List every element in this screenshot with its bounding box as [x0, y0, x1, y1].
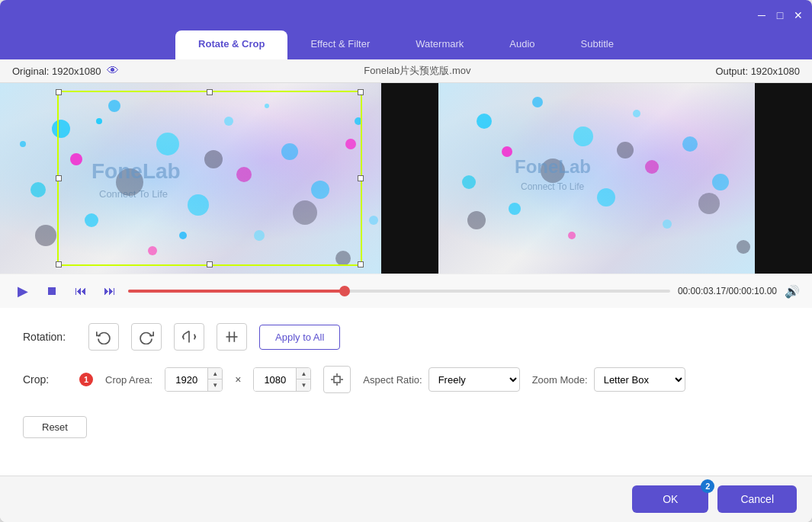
svg-point-32: [682, 136, 698, 152]
svg-point-39: [645, 160, 659, 174]
crop-handle-ml[interactable]: [56, 175, 62, 181]
flip-h-icon: [181, 329, 197, 344]
tab-effect-filter[interactable]: Effect & Filter: [287, 30, 393, 59]
aspect-ratio-group: Aspect Ratio: Freely 16:9 4:3 1:1 9:16: [363, 367, 519, 392]
stop-button[interactable]: ⏹: [41, 280, 63, 302]
tab-rotate-crop[interactable]: Rotate & Crop: [175, 30, 287, 59]
rotation-label: Rotation:: [23, 331, 76, 343]
svg-point-44: [737, 240, 750, 254]
video-preview-right: FoneLab Connect To Life: [438, 83, 755, 274]
svg-point-14: [35, 225, 56, 246]
next-frame-button[interactable]: ⏭: [99, 280, 120, 302]
progress-bar[interactable]: [128, 290, 670, 293]
maximize-button[interactable]: □: [774, 9, 786, 21]
svg-point-31: [633, 110, 640, 117]
minimize-button[interactable]: ─: [756, 9, 768, 21]
svg-text:Connect To Life: Connect To Life: [521, 181, 584, 192]
video-canvas: FoneLab Connect To Life: [0, 83, 812, 274]
flip-h-button[interactable]: [174, 323, 204, 351]
rotate-cw-button[interactable]: [131, 323, 162, 351]
svg-point-34: [597, 188, 615, 207]
rotate-cw-icon: [139, 329, 154, 344]
playback-bar: ▶ ⏹ ⏮ ⏭ 00:00:03.17/00:00:10.00 🔊: [0, 274, 812, 308]
output-resolution: Output: 1920x1080: [715, 66, 800, 77]
svg-text:FoneLab: FoneLab: [515, 156, 591, 177]
crop-handle-tm[interactable]: [207, 89, 213, 95]
crop-width-spinner: ▲ ▼: [207, 368, 222, 391]
svg-point-43: [698, 193, 720, 214]
particles-right: FoneLab Connect To Life: [438, 83, 755, 274]
zoom-mode-group: Zoom Mode: Letter Box Pan & Scan Full: [532, 367, 685, 392]
window-controls: ─ □ ✕: [756, 9, 804, 21]
tab-bar: Rotate & Crop Effect & Filter Watermark …: [0, 30, 812, 59]
volume-icon[interactable]: 🔊: [785, 284, 800, 299]
ok-badge: 2: [701, 479, 714, 493]
crop-height-input-group: ▲ ▼: [253, 367, 311, 392]
video-left: FoneLab Connect To Life: [0, 83, 381, 274]
svg-point-40: [467, 211, 486, 229]
controls-area: Rotation:: [0, 308, 812, 476]
reset-button[interactable]: Reset: [23, 416, 87, 438]
flip-v-button[interactable]: [217, 323, 247, 351]
aspect-ratio-select[interactable]: Freely 16:9 4:3 1:1 9:16: [428, 367, 520, 392]
progress-thumb: [339, 286, 350, 296]
progress-fill: [128, 290, 345, 293]
eye-icon[interactable]: 👁: [107, 64, 119, 78]
tab-watermark[interactable]: Watermark: [393, 30, 486, 59]
svg-point-27: [477, 114, 492, 129]
original-resolution: Original: 1920x1080: [12, 66, 101, 77]
crop-handle-bm[interactable]: [207, 261, 213, 267]
crop-label: Crop:: [23, 373, 76, 386]
crop-handle-mr[interactable]: [358, 175, 364, 181]
close-button[interactable]: ✕: [792, 9, 804, 21]
center-crop-icon: [330, 373, 344, 386]
prev-frame-button[interactable]: ⏮: [70, 280, 91, 302]
title-bar: ─ □ ✕: [0, 0, 812, 30]
cancel-button[interactable]: Cancel: [717, 485, 797, 513]
rotate-ccw-button[interactable]: [88, 323, 119, 351]
svg-point-3: [30, 182, 46, 197]
svg-rect-51: [334, 376, 340, 383]
crop-height-up[interactable]: ▲: [297, 368, 310, 379]
svg-point-30: [462, 175, 476, 189]
crop-area-label: Crop Area:: [105, 374, 152, 386]
bottom-bar: 2 OK Cancel: [0, 476, 812, 522]
zoom-mode-select[interactable]: Letter Box Pan & Scan Full: [594, 367, 685, 392]
svg-point-33: [509, 203, 521, 215]
crop-width-input[interactable]: [165, 368, 207, 391]
crop-handle-tr[interactable]: [358, 89, 364, 95]
svg-point-28: [532, 97, 543, 107]
crop-row: Crop: 1 Crop Area: ▲ ▼ × ▲ ▼: [23, 366, 789, 393]
crop-handle-tl[interactable]: [56, 89, 62, 95]
crop-handle-br[interactable]: [358, 261, 364, 267]
crop-width-up[interactable]: ▲: [208, 368, 222, 379]
svg-point-29: [573, 126, 593, 146]
center-crop-button[interactable]: [323, 366, 351, 393]
tab-subtitle[interactable]: Subtitle: [558, 30, 637, 59]
video-info-left: Original: 1920x1080 👁: [12, 64, 119, 78]
tab-audio[interactable]: Audio: [486, 30, 557, 59]
ok-button[interactable]: OK: [632, 485, 708, 513]
crop-height-input[interactable]: [254, 368, 296, 391]
ok-button-wrap: 2 OK: [632, 485, 708, 513]
video-right: FoneLab Connect To Life: [381, 83, 812, 274]
svg-point-23: [20, 141, 26, 147]
crop-badge: 1: [79, 373, 93, 386]
crop-handle-bl[interactable]: [56, 261, 62, 267]
svg-point-38: [568, 232, 576, 239]
zoom-mode-label: Zoom Mode:: [532, 374, 588, 386]
rotation-row: Rotation:: [23, 323, 789, 351]
crop-width-down[interactable]: ▼: [208, 379, 222, 391]
crop-height-down[interactable]: ▼: [297, 379, 310, 391]
svg-point-35: [663, 219, 672, 229]
main-window: ─ □ ✕ Rotate & Crop Effect & Filter Wate…: [0, 0, 812, 522]
apply-to-all-button[interactable]: Apply to All: [259, 325, 340, 350]
play-button[interactable]: ▶: [12, 280, 34, 302]
svg-point-24: [369, 216, 378, 225]
crop-frame[interactable]: [57, 91, 362, 266]
svg-point-42: [617, 142, 634, 159]
aspect-ratio-label: Aspect Ratio:: [363, 374, 422, 386]
video-filename: Fonelab片头预览版.mov: [364, 64, 470, 78]
video-info-bar: Original: 1920x1080 👁 Fonelab片头预览版.mov O…: [0, 59, 812, 83]
crop-height-spinner: ▲ ▼: [296, 368, 310, 391]
